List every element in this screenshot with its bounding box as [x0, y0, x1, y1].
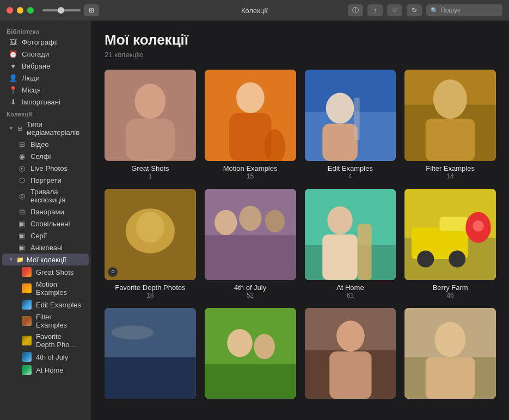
collection-thumb-edit-examples [305, 70, 396, 161]
sidebar-label-animated: Анімовані [30, 244, 63, 252]
at-home-thumb [22, 365, 32, 375]
svg-point-37 [473, 220, 484, 232]
sidebar-label-motion-examples: Motion Examples [36, 280, 82, 297]
collection-item-row3-1[interactable] [105, 308, 196, 403]
sidebar-item-places[interactable]: 📍 Місця [2, 84, 89, 96]
sidebar-item-animated[interactable]: ▣ Анімовані [2, 242, 89, 254]
sidebar-item-photos[interactable]: 🖼 Фотографії [2, 36, 89, 48]
sidebar: Бібліотека 🖼 Фотографії ⏰ Спогади ♥ Вибр… [0, 21, 91, 420]
svg-rect-10 [322, 123, 358, 160]
sidebar-label-places: Місця [22, 86, 41, 94]
sidebar-label-media-types: Типи медіаматеріалів [27, 120, 82, 137]
collection-thumb-great-shots [105, 70, 196, 161]
edit-examples-thumb [22, 300, 32, 310]
collection-name-favorite-depth: Favorite Depth Photos [115, 283, 185, 292]
panoramas-icon: ⊟ [17, 207, 26, 216]
my-collections-folder-icon: 📁 [16, 255, 24, 264]
4th-july-thumb [22, 352, 32, 362]
sidebar-item-panoramas[interactable]: ⊟ Панорами [2, 206, 89, 218]
sidebar-subitem-favorite-depth[interactable]: Favorite Depth Pho… [2, 331, 89, 350]
svg-rect-2 [126, 119, 175, 160]
maximize-button[interactable] [27, 7, 34, 14]
grid-view-button[interactable]: ⊞ [84, 4, 99, 16]
sidebar-item-media-types[interactable]: ▼ ⊞ Типи медіаматеріалів [2, 119, 89, 138]
svg-rect-42 [205, 364, 296, 399]
collection-item-row3-2[interactable] [205, 308, 296, 403]
chevron-down-icon: ▼ [9, 126, 14, 131]
sidebar-subitem-filter-examples[interactable]: Filter Examples [2, 311, 89, 331]
svg-point-4 [236, 82, 265, 113]
chevron-down-icon-collections: ▼ [9, 257, 14, 262]
svg-point-44 [254, 333, 275, 359]
svg-point-18 [136, 212, 164, 243]
collection-count-berry-farm: 46 [446, 292, 453, 299]
sidebar-item-long-exp[interactable]: ◎ Тривала експозиція [2, 186, 89, 206]
collection-name-motion-examples: Motion Examples [223, 164, 278, 172]
collection-item-edit-examples[interactable]: Edit Examples 4 [305, 70, 396, 180]
depth-badge: ⚙ [108, 267, 118, 277]
sidebar-item-selfie[interactable]: ◉ Селфі [2, 150, 89, 162]
collection-count-motion-examples: 15 [247, 172, 254, 180]
svg-rect-39 [105, 357, 196, 399]
favorite-button[interactable]: ♡ [387, 4, 402, 16]
main-content: Мої колекції 21 колекцію Great Shots [91, 21, 509, 420]
collection-item-row3-4[interactable] [404, 308, 496, 403]
sidebar-item-favorites[interactable]: ♥ Вибране [2, 60, 89, 72]
svg-point-27 [327, 206, 352, 234]
sidebar-item-portraits[interactable]: ⬡ Портрети [2, 174, 89, 186]
collection-thumb-row3-2 [205, 308, 296, 399]
search-bar[interactable]: 🔍 Пошук [426, 4, 502, 16]
collection-name-at-home: At Home [336, 283, 364, 292]
sidebar-item-people[interactable]: 👤 Люди [2, 72, 89, 84]
sidebar-item-video[interactable]: ⊞ Відео [2, 138, 89, 150]
sidebar-resize-slider[interactable] [42, 9, 81, 11]
sidebar-item-my-collections[interactable]: ▼ 📁 Мої колекції [2, 254, 89, 265]
svg-rect-52 [426, 357, 475, 399]
sidebar-subitem-at-home[interactable]: At Home [2, 363, 89, 376]
collection-thumb-favorite-depth: ⚙ [105, 189, 196, 280]
close-button[interactable] [7, 7, 13, 14]
sidebar-subitem-motion-examples[interactable]: Motion Examples [2, 279, 89, 298]
photo-favorite-depth [105, 189, 196, 280]
sidebar-subitem-edit-examples[interactable]: Edit Examples [2, 298, 89, 311]
sidebar-label-favorite-depth: Favorite Depth Pho… [36, 332, 82, 349]
collection-item-great-shots[interactable]: Great Shots 1 [105, 70, 196, 180]
collection-thumb-berry-farm [404, 189, 496, 280]
collection-name-4th-july: 4th of July [234, 283, 266, 292]
collection-item-4th-july[interactable]: 4th of July 52 [205, 189, 296, 299]
svg-rect-24 [205, 235, 296, 280]
rotate-button[interactable]: ↻ [407, 4, 422, 16]
live-photos-icon: ◎ [17, 164, 26, 172]
sidebar-item-imported[interactable]: ⬇ Імпортовані [2, 96, 89, 108]
minimize-button[interactable] [17, 7, 23, 14]
svg-rect-29 [357, 224, 371, 280]
collection-thumb-row3-4 [404, 308, 496, 399]
share-button[interactable]: ↑ [367, 4, 383, 16]
sidebar-item-memories[interactable]: ⏰ Спогади [2, 48, 89, 60]
sidebar-item-timelapse[interactable]: ▣ Сповільнені [2, 218, 89, 230]
sidebar-label-memories: Спогади [22, 50, 49, 58]
photo-edit-examples [305, 70, 396, 161]
svg-rect-28 [322, 234, 358, 280]
titlebar: ⊞ Колекції ⓘ ↑ ♡ ↻ 🔍 Пошук [0, 0, 509, 21]
sidebar-subitem-great-shots[interactable]: Great Shots [2, 265, 89, 279]
collection-item-favorite-depth[interactable]: ⚙ Favorite Depth Photos 18 [105, 189, 196, 299]
library-section-label: Бібліотека [0, 25, 91, 36]
info-button[interactable]: ⓘ [348, 4, 363, 16]
svg-rect-33 [440, 217, 468, 231]
collection-item-filter-examples[interactable]: Filter Examples 14 [404, 70, 496, 180]
collection-item-row3-3[interactable] [305, 308, 396, 403]
filter-examples-thumb [22, 316, 32, 326]
svg-point-1 [134, 84, 165, 119]
sidebar-item-bursts[interactable]: ▣ Серії [2, 230, 89, 242]
collection-item-motion-examples[interactable]: Motion Examples 15 [205, 70, 296, 180]
svg-rect-48 [329, 351, 371, 399]
collection-item-berry-farm[interactable]: Berry Farm 46 [404, 189, 496, 299]
collection-item-at-home[interactable]: At Home 61 [305, 189, 396, 299]
toolbar-right: ⓘ ↑ ♡ ↻ 🔍 Пошук [348, 4, 502, 16]
sidebar-item-live-photos[interactable]: ◎ Live Photos [2, 162, 89, 174]
favorite-depth-thumb [22, 336, 32, 345]
collection-thumb-4th-july [205, 189, 296, 280]
memories-icon: ⏰ [9, 50, 17, 58]
sidebar-subitem-4th-july[interactable]: 4th of July [2, 350, 89, 363]
